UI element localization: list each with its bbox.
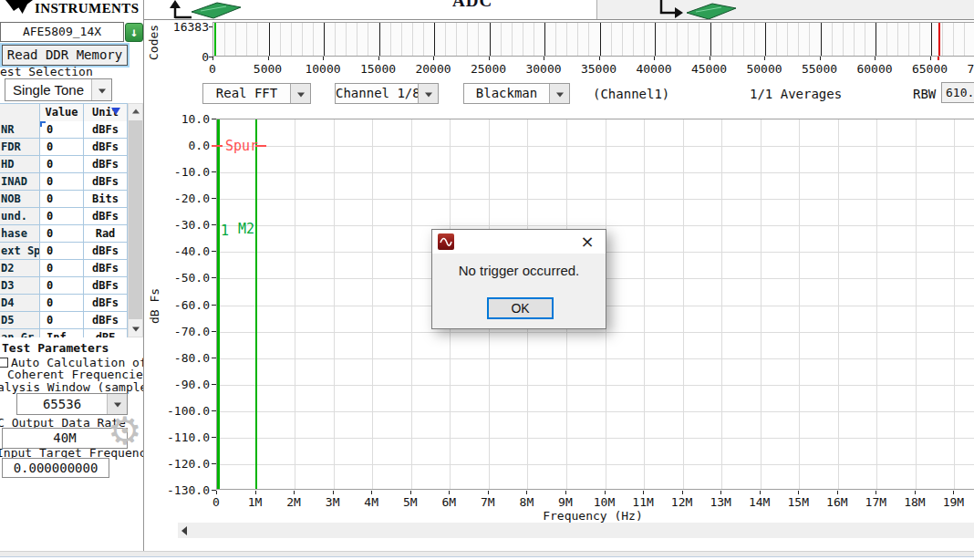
x-tick-label: 70000 (967, 62, 974, 76)
rbw-input[interactable]: 610. (941, 82, 974, 103)
row-unit-cell[interactable]: dBFs (84, 260, 128, 277)
table-row: D40dBFs (0, 295, 128, 312)
x-tickmark (682, 491, 683, 494)
tab-dac[interactable]: DAC (597, 0, 974, 19)
target-frequency-input[interactable]: 0.000000000 (2, 458, 109, 478)
codes-axis-label: Codes (148, 22, 161, 60)
row-unit-cell[interactable]: dBFs (84, 243, 128, 260)
red-cursor-tick (938, 57, 939, 60)
row-value-cell[interactable]: 0 (40, 173, 84, 191)
major-gridline (434, 23, 435, 56)
tab-adc[interactable]: ADC (144, 0, 597, 19)
scroll-up-button[interactable] (129, 104, 142, 119)
x-tick-label: 35000 (581, 62, 617, 76)
close-icon[interactable]: × (576, 231, 598, 253)
row-value-cell[interactable]: 0 (40, 139, 84, 156)
x-tickmark (371, 491, 372, 494)
header-value-cell[interactable]: Value (40, 104, 84, 122)
row-unit-cell[interactable]: Rad (84, 225, 128, 243)
channel-note: (Channel1) (593, 87, 669, 101)
major-gridline (655, 23, 656, 56)
x-tickmark (710, 57, 710, 60)
row-unit-cell[interactable]: dBFs (84, 312, 128, 329)
row-value-cell[interactable]: 0 (40, 156, 84, 173)
cursor-line[interactable] (938, 23, 940, 56)
row-unit-cell[interactable]: dBF (84, 329, 128, 337)
row-value-cell[interactable]: 0 (40, 277, 84, 295)
chevron-down-icon[interactable] (549, 84, 569, 103)
gridline (721, 23, 722, 56)
device-load-button[interactable]: ↓ (125, 23, 143, 42)
y-tick-label: -80.0 (164, 351, 210, 365)
y-tick-label: -110.0 (164, 430, 210, 444)
cursor-line[interactable] (214, 23, 216, 56)
spur-marker-label[interactable]: Spur (225, 138, 258, 154)
x-tickmark (764, 57, 765, 60)
row-unit-cell[interactable]: dBFs (84, 295, 128, 312)
x-tickmark (488, 491, 489, 494)
cursor-1-label[interactable]: 1 (221, 223, 229, 239)
row-value-cell[interactable]: Inf (40, 329, 84, 337)
gridline (611, 23, 612, 56)
table-row: HD0dBFs (0, 156, 128, 173)
row-unit-cell[interactable]: Bits (84, 191, 128, 208)
row-value-cell[interactable]: 0 (40, 121, 84, 139)
gear-icon[interactable]: ⚙ (108, 412, 142, 451)
row-label-cell: INAD (0, 173, 40, 191)
codes-plot-area[interactable] (212, 22, 974, 57)
gridline (467, 23, 468, 56)
table-scrollbar[interactable] (128, 103, 143, 337)
scrollbar-thumb[interactable] (129, 120, 142, 319)
scroll-left-icon[interactable] (181, 526, 187, 535)
gridline (799, 119, 800, 489)
gridline (897, 23, 898, 56)
chevron-down-icon[interactable] (418, 84, 438, 103)
gridline (217, 385, 974, 386)
gridline (838, 119, 839, 489)
gridline (633, 23, 634, 56)
device-select[interactable]: AFE5809_14X (0, 22, 124, 42)
row-unit-cell[interactable]: dBFs (84, 121, 128, 139)
ok-button[interactable]: OK (487, 297, 554, 319)
test-type-select[interactable]: Single Tone (5, 78, 112, 101)
window-select[interactable]: Blackman (463, 83, 570, 104)
chevron-down-icon[interactable] (290, 84, 310, 103)
gridline (865, 23, 865, 56)
gridline (217, 199, 974, 200)
x-tick-label: 10M (594, 495, 615, 509)
gridline (501, 23, 502, 56)
row-unit-cell[interactable]: dBFs (84, 139, 128, 156)
row-unit-cell[interactable]: dBFs (84, 208, 128, 225)
row-unit-cell[interactable]: dBFs (84, 277, 128, 295)
gridline (246, 23, 247, 56)
chevron-down-icon[interactable] (91, 79, 111, 100)
fft-type-select[interactable]: Real FFT (202, 83, 311, 104)
row-value-cell[interactable]: 0 (40, 295, 84, 312)
header-unit-cell[interactable]: Unit (84, 104, 128, 122)
major-gridline (269, 23, 270, 56)
auto-calc-checkbox[interactable] (0, 358, 8, 368)
cursor-line[interactable] (217, 119, 220, 489)
row-unit-cell[interactable]: dBFs (84, 173, 128, 191)
channel-select[interactable]: Channel 1/8 (335, 83, 439, 104)
read-ddr-memory-button[interactable]: Read DDR Memory (2, 45, 128, 66)
cursor-line[interactable] (255, 119, 257, 489)
y-tick-label: -30.0 (164, 218, 210, 232)
dialog-titlebar[interactable]: × (432, 230, 606, 254)
horizontal-scrollbar[interactable] (178, 523, 974, 538)
gridline (401, 23, 402, 56)
filter-funnel-icon[interactable] (111, 108, 120, 115)
y-tick-label: -70.0 (164, 325, 210, 338)
row-value-cell[interactable]: 0 (40, 260, 84, 277)
gridline (555, 23, 556, 56)
row-value-cell[interactable]: 0 (40, 191, 84, 208)
row-unit-cell[interactable]: dBFs (84, 156, 128, 173)
table-row: NR0dBFs (0, 121, 128, 139)
table-row: D30dBFs (0, 277, 128, 295)
scroll-down-button[interactable] (129, 322, 142, 337)
row-value-cell[interactable]: 0 (40, 225, 84, 243)
row-value-cell[interactable]: 0 (40, 312, 84, 329)
cursor-m2-label[interactable]: M2 (238, 221, 254, 237)
row-value-cell[interactable]: 0 (40, 243, 84, 260)
row-value-cell[interactable]: 0 (40, 208, 84, 225)
